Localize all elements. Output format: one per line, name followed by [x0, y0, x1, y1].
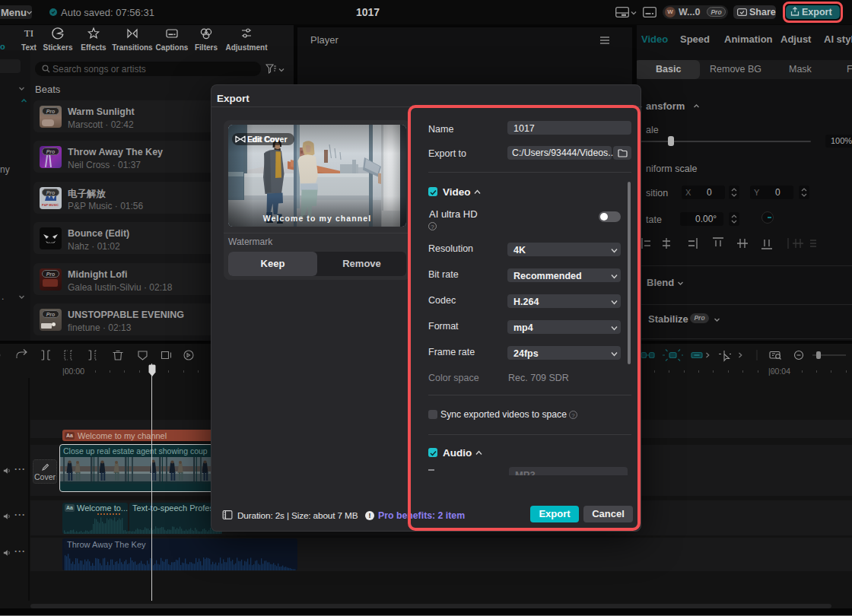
- svg-text:TI: TI: [24, 27, 33, 39]
